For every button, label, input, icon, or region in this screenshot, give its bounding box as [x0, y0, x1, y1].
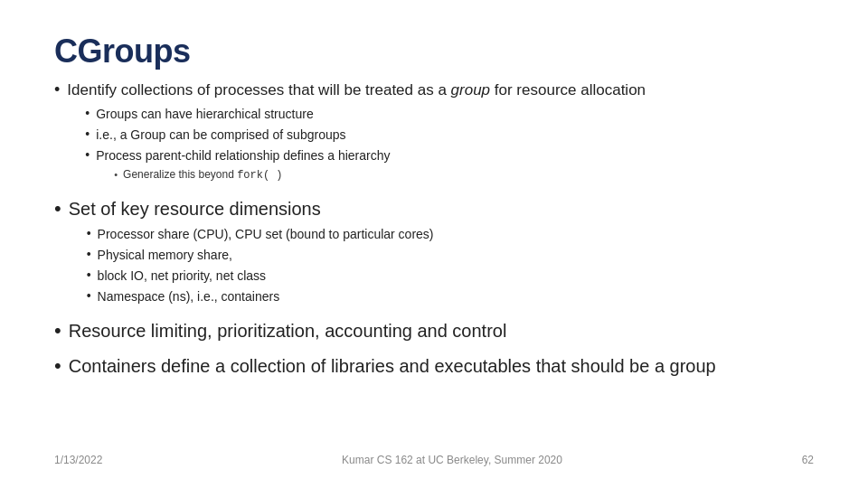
sub-bullet-1-3-text: Process parent-child relationship define… — [96, 148, 390, 163]
sub-bullet-2-1-dot: • — [87, 226, 91, 240]
bullet-4-text: Containers define a collection of librar… — [69, 353, 716, 380]
sub-bullet-1-2-text: i.e., a Group can be comprised of subgro… — [96, 126, 345, 145]
sub-sub-bullets-1-3: • Generalize this beyond fork( ) — [114, 167, 390, 183]
sub-bullet-2-3-text: block IO, net priority, net class — [98, 267, 266, 286]
sub-bullet-1-2: • i.e., a Group can be comprised of subg… — [85, 126, 646, 145]
slide: CGroups • Identify collections of proces… — [0, 0, 868, 488]
sub-bullet-2-2-text: Physical memory share, — [98, 246, 232, 265]
sub-bullet-1-1-text: Groups can have hierarchical structure — [96, 105, 313, 124]
bullet-2-subs: • Processor share (CPU), CPU set (bound … — [87, 225, 434, 306]
sub-bullet-2-3: • block IO, net priority, net class — [87, 267, 434, 286]
sub-bullet-1-1-dot: • — [85, 106, 90, 120]
slide-title: CGroups — [54, 33, 814, 70]
sub-bullet-2-1-text: Processor share (CPU), CPU set (bound to… — [98, 225, 434, 244]
slide-content: • Identify collections of processes that… — [54, 80, 814, 383]
bullet-3-dot: • — [54, 319, 61, 343]
sub-bullet-2-4-text: Namespace (ns), i.e., containers — [98, 287, 280, 306]
bullet-4: • Containers define a collection of libr… — [54, 353, 814, 380]
bullet-3-text: Resource limiting, prioritization, accou… — [69, 318, 507, 344]
sub-bullet-2-3-dot: • — [87, 267, 91, 282]
sub-bullet-2-2-dot: • — [87, 247, 91, 261]
sub-bullet-2-2: • Physical memory share, — [87, 246, 434, 265]
sub-bullet-1-1: • Groups can have hierarchical structure — [85, 105, 646, 124]
sub-sub-bullet-dot: • — [114, 169, 118, 180]
bullet-2-text: Set of key resource dimensions — [69, 199, 321, 219]
bullet-1-dot: • — [54, 80, 60, 99]
bullet-2-dot: • — [54, 197, 61, 221]
sub-bullet-2-4: • Namespace (ns), i.e., containers — [87, 287, 434, 306]
bullet-1-subs: • Groups can have hierarchical structure… — [85, 105, 646, 185]
footer-date: 1/13/2022 — [54, 454, 102, 466]
slide-footer: 1/13/2022 Kumar CS 162 at UC Berkeley, S… — [54, 446, 814, 466]
code-fork: fork( ) — [237, 169, 282, 182]
sub-sub-bullet-1-3-1: • Generalize this beyond fork( ) — [114, 167, 390, 183]
bullet-1: • Identify collections of processes that… — [54, 80, 814, 187]
sub-bullet-1-3: • Process parent-child relationship defi… — [85, 146, 646, 185]
sub-bullet-1-2-dot: • — [85, 127, 90, 141]
bullet-4-dot: • — [54, 354, 61, 378]
sub-bullet-2-4-dot: • — [87, 288, 91, 303]
footer-page: 62 — [802, 454, 814, 466]
sub-bullet-2-1: • Processor share (CPU), CPU set (bound … — [87, 225, 434, 244]
sub-sub-bullet-text: Generalize this beyond fork( ) — [123, 167, 283, 183]
sub-bullet-1-3-dot: • — [85, 147, 90, 162]
footer-credit: Kumar CS 162 at UC Berkeley, Summer 2020 — [342, 454, 562, 466]
bullet-2: • Set of key resource dimensions • Proce… — [54, 196, 814, 309]
bullet-1-text: Identify collections of processes that w… — [67, 81, 646, 99]
bullet-3: • Resource limiting, prioritization, acc… — [54, 318, 814, 344]
